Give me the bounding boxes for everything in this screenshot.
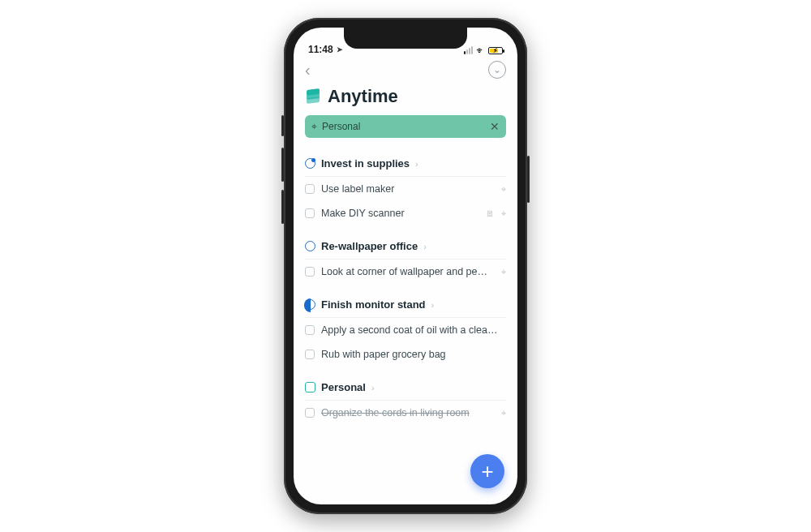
checkbox[interactable] xyxy=(305,325,315,335)
tag-icon: ⌖ xyxy=(501,267,506,277)
mute-switch xyxy=(281,115,284,136)
battery-icon: ⚡︎ xyxy=(488,47,503,54)
tag-icon: ⌖ xyxy=(501,208,506,219)
project-progress-icon xyxy=(305,241,315,251)
project-progress-icon xyxy=(305,158,315,169)
task-row[interactable]: Rub with paper grocery bag xyxy=(305,342,506,367)
section-title: Re-wallpaper office xyxy=(321,240,418,252)
task-label: Apply a second coat of oil with a clea… xyxy=(321,324,506,336)
location-icon: ➤ xyxy=(337,45,343,54)
task-row[interactable]: Look at corner of wallpaper and pe… ⌖ xyxy=(305,260,506,284)
plus-icon: + xyxy=(481,459,493,484)
task-label: Organize the cords in living room xyxy=(321,407,495,418)
screen: 11:48 ➤ ᯤ ⚡︎ ‹ ⌄ Anytime xyxy=(294,28,517,504)
status-time: 11:48 xyxy=(308,44,333,55)
section-header[interactable]: Re-wallpaper office › xyxy=(305,234,506,260)
collapse-button[interactable]: ⌄ xyxy=(488,61,506,79)
note-icon: 🗎 xyxy=(486,208,495,218)
task-row[interactable]: Make DIY scanner 🗎 ⌖ xyxy=(305,201,506,225)
chevron-right-icon: › xyxy=(415,159,418,169)
task-label: Make DIY scanner xyxy=(321,208,479,219)
content-area[interactable]: Anytime ⌖ Personal ✕ Invest in supplies … xyxy=(294,83,517,504)
task-label: Use label maker xyxy=(321,183,495,195)
task-label: Look at corner of wallpaper and pe… xyxy=(321,266,495,277)
checkbox[interactable] xyxy=(305,267,315,277)
filter-chip[interactable]: ⌖ Personal ✕ xyxy=(305,115,506,138)
wifi-icon: ᯤ xyxy=(476,45,485,55)
section-title: Personal xyxy=(321,381,366,393)
chevron-right-icon: › xyxy=(371,383,375,393)
checkbox[interactable] xyxy=(305,184,315,194)
tag-icon: ⌖ xyxy=(311,121,317,132)
task-row[interactable]: Apply a second coat of oil with a clea… xyxy=(305,318,506,342)
section-invest: Invest in supplies › Use label maker ⌖ M… xyxy=(305,151,506,225)
checkbox[interactable] xyxy=(305,408,315,418)
notch xyxy=(344,28,467,49)
tag-icon: ⌖ xyxy=(501,184,506,195)
section-header[interactable]: Invest in supplies › xyxy=(305,151,506,177)
section-personal: Personal › Organize the cords in living … xyxy=(305,375,506,425)
area-icon xyxy=(305,382,315,393)
back-button[interactable]: ‹ xyxy=(305,61,311,79)
task-label: Rub with paper grocery bag xyxy=(321,349,506,360)
power-button xyxy=(527,156,530,203)
page-title-row: Anytime xyxy=(305,86,506,107)
section-header[interactable]: Finish monitor stand › xyxy=(305,292,506,318)
checkbox[interactable] xyxy=(305,208,315,218)
chevron-right-icon: › xyxy=(423,242,427,251)
task-row[interactable]: Use label maker ⌖ xyxy=(305,177,506,201)
filter-clear-button[interactable]: ✕ xyxy=(490,120,500,133)
section-title: Invest in supplies xyxy=(321,157,410,169)
nav-bar: ‹ ⌄ xyxy=(294,57,517,83)
task-row[interactable]: Organize the cords in living room ⌖ xyxy=(305,401,506,425)
chevron-down-icon: ⌄ xyxy=(493,64,501,75)
section-title: Finish monitor stand xyxy=(321,298,426,311)
section-header[interactable]: Personal › xyxy=(305,375,506,401)
page-title: Anytime xyxy=(328,86,398,107)
chevron-right-icon: › xyxy=(431,300,435,310)
section-monitor: Finish monitor stand › Apply a second co… xyxy=(305,292,506,367)
anytime-icon xyxy=(305,88,321,105)
tag-icon: ⌖ xyxy=(501,408,506,418)
cellular-icon xyxy=(464,46,473,54)
filter-label: Personal xyxy=(322,121,360,132)
volume-up-button xyxy=(281,148,284,182)
section-wallpaper: Re-wallpaper office › Look at corner of … xyxy=(305,234,506,284)
volume-down-button xyxy=(281,190,284,224)
add-task-button[interactable]: + xyxy=(470,454,504,488)
checkbox[interactable] xyxy=(305,350,315,359)
project-progress-icon xyxy=(305,299,315,310)
phone-frame: 11:48 ➤ ᯤ ⚡︎ ‹ ⌄ Anytime xyxy=(284,18,527,514)
